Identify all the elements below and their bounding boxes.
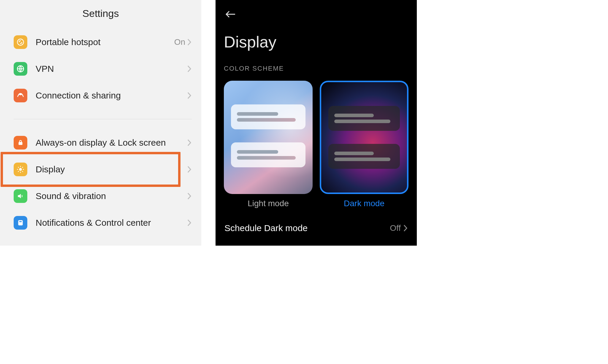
globe-icon [14,62,27,76]
arrow-left-icon [225,10,236,18]
schedule-status: Off [390,223,401,233]
settings-item-notifications[interactable]: Notifications & Control center [14,209,192,236]
lock-icon [14,136,27,150]
settings-item-label: Always-on display & Lock screen [36,137,187,148]
settings-item-vpn[interactable]: VPN [14,55,192,82]
preview-card [328,106,400,131]
light-mode-option[interactable]: Light mode [224,81,313,208]
svg-point-4 [19,168,22,171]
settings-title: Settings [0,0,201,29]
settings-item-connection-sharing[interactable]: Connection & sharing [14,82,192,109]
page-title: Display [224,33,408,51]
chevron-right-icon [187,192,192,200]
screenshot-gap [201,0,216,246]
section-header-color-scheme: COLOR SCHEME [224,65,408,72]
light-mode-label: Light mode [248,199,289,208]
svg-point-2 [20,93,21,95]
chevron-right-icon [187,38,192,46]
preview-card [231,104,305,129]
settings-item-display[interactable]: Display [14,156,192,183]
preview-card [231,142,305,167]
settings-list-group-1: Portable hotspot On VPN [0,29,201,236]
schedule-label: Schedule Dark mode [224,223,390,233]
settings-item-status: On [174,37,185,47]
chevron-right-icon [187,92,192,99]
settings-item-aod-lockscreen[interactable]: Always-on display & Lock screen [14,129,192,156]
preview-card [328,144,400,169]
settings-item-label: VPN [36,63,187,74]
svg-rect-5 [18,220,23,225]
group-divider [14,119,192,119]
chevron-right-icon [187,166,192,173]
dark-mode-label: Dark mode [344,199,384,208]
settings-item-label: Display [36,164,187,175]
display-settings-panel: Display COLOR SCHEME Light mode [216,0,417,246]
svg-rect-3 [19,142,23,145]
color-scheme-options: Light mode Dark mode [224,81,408,208]
light-mode-preview [224,81,313,194]
dark-mode-option[interactable]: Dark mode [320,81,408,208]
chevron-right-icon [187,139,192,147]
settings-panel: Settings Portable hotspot On VP [0,0,201,246]
notifications-icon [14,216,27,230]
share-icon [14,89,27,102]
chevron-right-icon [187,65,192,73]
speaker-icon [14,189,27,203]
brightness-icon [14,163,27,176]
svg-rect-6 [19,221,22,222]
chevron-right-icon [187,219,192,227]
chevron-right-icon [403,224,408,232]
svg-point-0 [18,39,24,45]
settings-item-label: Sound & vibration [36,190,187,202]
dark-mode-preview [320,81,408,194]
link-icon [14,35,27,49]
settings-item-label: Connection & sharing [36,90,187,101]
settings-item-sound-vibration[interactable]: Sound & vibration [14,183,192,209]
settings-item-label: Portable hotspot [36,36,174,48]
back-button[interactable] [224,8,237,21]
settings-item-schedule-dark-mode[interactable]: Schedule Dark mode Off [224,214,408,236]
settings-item-portable-hotspot[interactable]: Portable hotspot On [14,29,192,55]
settings-item-label: Notifications & Control center [36,217,187,228]
